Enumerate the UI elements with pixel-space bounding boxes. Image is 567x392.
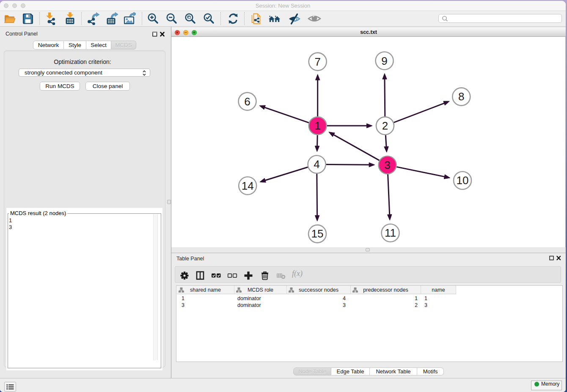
- svg-text:14: 14: [242, 179, 254, 192]
- svg-text:11: 11: [385, 226, 396, 239]
- svg-text:1: 1: [314, 119, 320, 132]
- svg-text:15: 15: [311, 227, 324, 240]
- svg-text:10: 10: [457, 174, 469, 187]
- svg-text:7: 7: [314, 55, 320, 68]
- svg-text:3: 3: [384, 159, 390, 171]
- svg-text:9: 9: [381, 55, 387, 67]
- svg-text:2: 2: [382, 119, 388, 132]
- svg-text:4: 4: [314, 158, 319, 171]
- svg-text:6: 6: [244, 95, 250, 108]
- svg-text:8: 8: [458, 90, 464, 103]
